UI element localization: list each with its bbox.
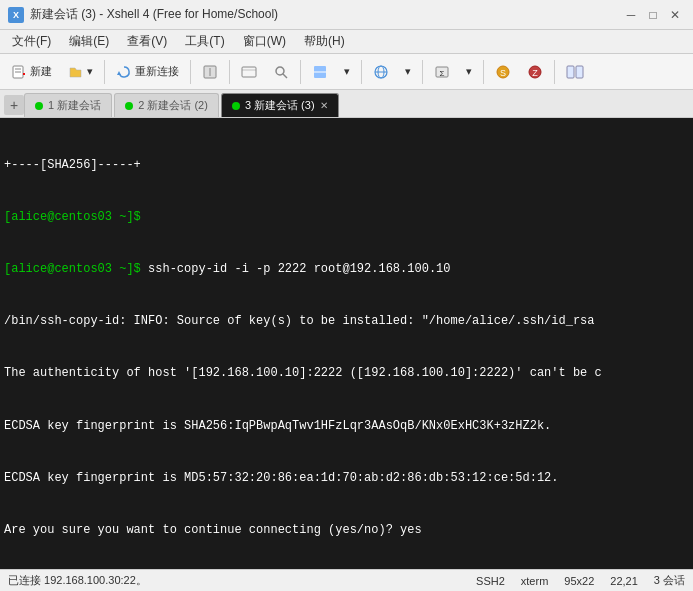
tab-2-dot	[125, 102, 133, 110]
tab-2-label: 2 新建会话 (2)	[138, 98, 208, 113]
window-controls: ─ □ ✕	[621, 5, 685, 25]
svg-text:Z: Z	[532, 68, 538, 78]
connection-status: 已连接 192.168.100.30:22。	[8, 573, 147, 588]
open-button[interactable]: ▾	[61, 58, 100, 86]
tab-bar: + 1 新建会话 2 新建会话 (2) 3 新建会话 (3) ✕	[0, 90, 693, 118]
close-button[interactable]: ✕	[665, 5, 685, 25]
new-session-button[interactable]: 新建	[4, 58, 59, 86]
menu-item-帮助H[interactable]: 帮助(H)	[296, 31, 353, 53]
menu-item-文件F[interactable]: 文件(F)	[4, 31, 59, 53]
toolbar-separator-5	[361, 60, 362, 84]
reconnect-button[interactable]: 重新连接	[109, 58, 186, 86]
tb-btn-12[interactable]: Z	[520, 58, 550, 86]
terminal-line-1: +----[SHA256]-----+	[4, 157, 689, 174]
tb-btn-4[interactable]	[234, 58, 264, 86]
tb-btn-10[interactable]: ▾	[459, 58, 479, 86]
status-bar: 已连接 192.168.100.30:22。 SSH2 xterm 95x22 …	[0, 569, 693, 591]
toolbar: 新建 ▾ 重新连接 ▾ ▾ Σ ▾ S Z	[0, 54, 693, 90]
toolbar-separator-4	[300, 60, 301, 84]
tab-1-dot	[35, 102, 43, 110]
toolbar-separator-7	[483, 60, 484, 84]
window-title: 新建会话 (3) - Xshell 4 (Free for Home/Schoo…	[30, 6, 278, 23]
terminal-line-4: /bin/ssh-copy-id: INFO: Source of key(s)…	[4, 313, 689, 330]
toolbar-separator-8	[554, 60, 555, 84]
terminal-line-6: ECDSA key fingerprint is SHA256:IqPBwpAq…	[4, 418, 689, 435]
terminal-line-7: ECDSA key fingerprint is MD5:57:32:20:86…	[4, 470, 689, 487]
menu-item-编辑E[interactable]: 编辑(E)	[61, 31, 117, 53]
tb-btn-3[interactable]	[195, 58, 225, 86]
tb-btn-5[interactable]	[266, 58, 296, 86]
svg-rect-8	[242, 67, 256, 77]
tab-3-close[interactable]: ✕	[320, 100, 328, 111]
session-count: 3 会话	[654, 573, 685, 588]
reconnect-label: 重新连接	[135, 64, 179, 79]
terminal-line-2: [alice@centos03 ~]$	[4, 209, 689, 226]
svg-rect-23	[576, 66, 583, 78]
tab-1-label: 1 新建会话	[48, 98, 101, 113]
terminal[interactable]: +----[SHA256]-----+ [alice@centos03 ~]$ …	[0, 118, 693, 569]
tab-3-dot	[232, 102, 240, 110]
tab-3-label: 3 新建会话 (3)	[245, 98, 315, 113]
folder-icon	[68, 64, 84, 80]
menu-item-查看V[interactable]: 查看(V)	[119, 31, 175, 53]
tb-globe[interactable]	[366, 58, 396, 86]
reconnect-icon	[116, 64, 132, 80]
terminal-size: 95x22	[564, 575, 594, 587]
terminal-line-3: [alice@centos03 ~]$ ssh-copy-id -i -p 22…	[4, 261, 689, 278]
toolbar-separator-3	[229, 60, 230, 84]
toolbar-separator-2	[190, 60, 191, 84]
title-bar-left: X 新建会话 (3) - Xshell 4 (Free for Home/Sch…	[8, 6, 278, 23]
maximize-button[interactable]: □	[643, 5, 663, 25]
minimize-button[interactable]: ─	[621, 5, 641, 25]
svg-line-10	[283, 74, 287, 78]
svg-point-9	[276, 67, 284, 75]
menu-bar: 文件(F)编辑(E)查看(V)工具(T)窗口(W)帮助(H)	[0, 30, 693, 54]
protocol-info: SSH2	[476, 575, 505, 587]
app-icon: X	[8, 7, 24, 23]
new-tab-button[interactable]: +	[4, 95, 24, 115]
terminal-line-8: Are you sure you want to continue connec…	[4, 522, 689, 539]
tab-3[interactable]: 3 新建会话 (3) ✕	[221, 93, 339, 117]
terminal-line-5: The authenticity of host '[192.168.100.1…	[4, 365, 689, 382]
new-icon	[11, 64, 27, 80]
svg-text:S: S	[500, 68, 506, 78]
terminal-type: xterm	[521, 575, 549, 587]
tab-2[interactable]: 2 新建会话 (2)	[114, 93, 219, 117]
toolbar-separator-6	[422, 60, 423, 84]
svg-marker-5	[117, 71, 121, 75]
svg-text:Σ: Σ	[440, 69, 445, 78]
new-label: 新建	[30, 64, 52, 79]
menu-item-工具T[interactable]: 工具(T)	[177, 31, 232, 53]
tb-btn-8[interactable]: ▾	[398, 58, 418, 86]
tb-btn-9[interactable]: Σ	[427, 58, 457, 86]
menu-item-窗口W[interactable]: 窗口(W)	[235, 31, 294, 53]
svg-rect-22	[567, 66, 574, 78]
status-right: SSH2 xterm 95x22 22,21 3 会话	[476, 573, 685, 588]
tb-btn-13[interactable]	[559, 58, 591, 86]
tab-1[interactable]: 1 新建会话	[24, 93, 112, 117]
cursor-position: 22,21	[610, 575, 638, 587]
title-bar: X 新建会话 (3) - Xshell 4 (Free for Home/Sch…	[0, 0, 693, 30]
toolbar-separator-1	[104, 60, 105, 84]
tb-btn-11[interactable]: S	[488, 58, 518, 86]
tb-btn-6[interactable]	[305, 58, 335, 86]
tb-btn-7[interactable]: ▾	[337, 58, 357, 86]
